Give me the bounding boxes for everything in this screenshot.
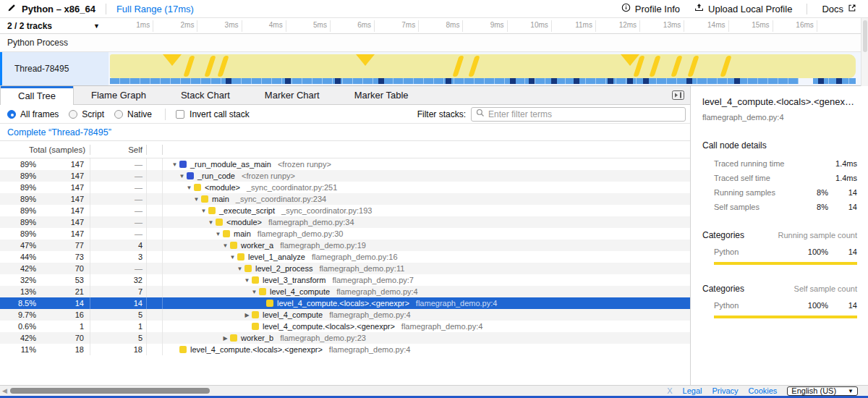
collapse-arrow-icon[interactable]: ▼ bbox=[170, 161, 179, 168]
details-sidebar: level_4_compute.<locals>.<genex… flamegr… bbox=[691, 86, 868, 385]
tree-cell: ▼_run_module_as_main<frozen runpy> bbox=[163, 158, 690, 170]
horizontal-scrollbar-thumb[interactable] bbox=[10, 388, 210, 394]
selected-node-title: level_4_compute.<locals>.<genex… bbox=[702, 96, 857, 107]
call-tree-row[interactable]: 89%147—▼_execute_script_sync_coordinator… bbox=[0, 205, 690, 216]
call-tree-row[interactable]: 13%217▼level_4_computeflamegraph_demo.py… bbox=[0, 286, 690, 297]
thread-track-label-cell[interactable]: Thread-78495 bbox=[2, 52, 109, 85]
total-percent: 47% bbox=[0, 241, 36, 250]
spacer-cell bbox=[147, 193, 163, 205]
thread-activity-graph[interactable] bbox=[109, 52, 861, 85]
detail-value: 1.4ms bbox=[828, 159, 857, 168]
radio-label-native[interactable]: Native bbox=[127, 109, 152, 119]
collapse-arrow-icon[interactable]: ▼ bbox=[177, 173, 187, 179]
call-tree-row[interactable]: 32%5332▼level_3_transformflamegraph_demo… bbox=[0, 274, 690, 286]
call-tree-row[interactable]: 44%733▼level_1_analyzeflamegraph_demo.py… bbox=[0, 251, 690, 263]
dark-sample-block bbox=[285, 78, 291, 84]
ruler-tick-label: 1ms bbox=[136, 21, 150, 29]
call-tree-row[interactable]: 0.6%11level_4_compute.<locals>.<genexpr>… bbox=[0, 321, 690, 332]
total-percent: 89% bbox=[0, 160, 36, 169]
call-tree-row[interactable]: 8.5%1414level_4_compute.<locals>.<genexp… bbox=[0, 297, 690, 309]
sample-gap bbox=[799, 78, 813, 84]
tracks-vertical-scrollbar[interactable] bbox=[861, 18, 868, 86]
full-range-link[interactable]: Full Range (17ms) bbox=[116, 4, 194, 14]
tree-cell: ▼worker_aflamegraph_demo.py:19 bbox=[163, 240, 690, 251]
call-tree-row[interactable]: 11%1818level_4_compute.<locals>.<genexpr… bbox=[0, 344, 690, 355]
column-header-total[interactable]: Total (samples) bbox=[0, 145, 90, 155]
tracks-dropdown[interactable]: 2 / 2 tracks ▼ bbox=[0, 18, 109, 34]
collapse-arrow-icon[interactable]: ▼ bbox=[235, 266, 244, 272]
call-tree-row[interactable]: 89%147—▼_run_code<frozen runpy> bbox=[0, 170, 690, 182]
category-value: 14 bbox=[828, 247, 857, 256]
footer-link-privacy[interactable]: Privacy bbox=[712, 386, 739, 395]
filter-search-box[interactable] bbox=[471, 107, 686, 122]
call-tree-row[interactable]: 9.7%165▶level_4_computeflamegraph_demo.p… bbox=[0, 309, 690, 321]
expand-arrow-icon[interactable]: ▶ bbox=[242, 312, 252, 318]
collapse-arrow-icon[interactable]: ▼ bbox=[228, 254, 237, 261]
collapse-arrow-icon[interactable]: ▼ bbox=[213, 231, 223, 237]
header-divider bbox=[106, 4, 106, 14]
dark-sample-block bbox=[818, 78, 824, 84]
timeline-ruler[interactable]: 1ms2ms3ms4ms5ms6ms7ms8ms9ms10ms11ms12ms1… bbox=[109, 18, 861, 34]
detail-label: Traced self time bbox=[714, 174, 802, 182]
activity-spike-mark bbox=[356, 54, 375, 66]
call-tree-row[interactable]: 89%147—▼main_sync_coordinator.py:234 bbox=[0, 193, 690, 205]
invert-call-stack-label[interactable]: Invert call stack bbox=[190, 109, 250, 119]
function-name: level_4_compute.<locals>.<genexpr> bbox=[190, 345, 323, 354]
total-percent: 89% bbox=[0, 172, 36, 180]
radio-all-frames[interactable] bbox=[7, 110, 16, 119]
radio-native[interactable] bbox=[114, 110, 123, 119]
docs-link[interactable]: Docs bbox=[817, 4, 861, 14]
collapse-arrow-icon[interactable]: ▼ bbox=[206, 219, 216, 226]
self-cell: 1 bbox=[90, 321, 147, 332]
call-node-details-heading: Call node details bbox=[702, 140, 857, 151]
ruler-gridline bbox=[817, 20, 817, 32]
self-cell: — bbox=[90, 182, 147, 193]
total-percent: 89% bbox=[0, 183, 36, 192]
collapse-arrow-icon[interactable]: ▼ bbox=[221, 242, 230, 249]
language-select[interactable]: English (US)▼ bbox=[787, 386, 858, 396]
call-tree-row[interactable]: 42%705▶worker_bflamegraph_demo.py:23 bbox=[0, 332, 690, 344]
invert-call-stack-checkbox[interactable] bbox=[176, 110, 184, 119]
tab-flame-graph[interactable]: Flame Graph bbox=[74, 86, 163, 104]
scroll-left-arrow-icon[interactable]: ◀ bbox=[2, 388, 7, 394]
radio-script[interactable] bbox=[69, 110, 77, 119]
upload-button[interactable]: Upload Local Profile bbox=[690, 3, 796, 14]
call-tree-row[interactable]: 47%774▼worker_aflamegraph_demo.py:19 bbox=[0, 240, 690, 251]
edit-profile-name-icon[interactable] bbox=[7, 2, 16, 15]
footer-link-x[interactable]: X bbox=[667, 386, 672, 395]
tab-marker-table[interactable]: Marker Table bbox=[337, 86, 426, 104]
call-tree-row[interactable]: 89%147—▼_run_module_as_main<frozen runpy… bbox=[0, 158, 690, 170]
column-header-self[interactable]: Self bbox=[90, 145, 147, 155]
filter-stacks-label: Filter stacks: bbox=[417, 109, 466, 119]
total-cell: 89%147 bbox=[0, 158, 90, 170]
filter-stacks-input[interactable] bbox=[488, 109, 681, 119]
collapse-arrow-icon[interactable]: ▼ bbox=[192, 196, 201, 203]
call-tree-row[interactable]: 89%147—▼<module>_sync_coordinator.py:251 bbox=[0, 182, 690, 193]
footer-link-legal[interactable]: Legal bbox=[683, 386, 702, 395]
radio-label-script[interactable]: Script bbox=[82, 109, 104, 119]
track-python-process[interactable]: Python Process bbox=[0, 34, 861, 52]
collapse-arrow-icon[interactable]: ▼ bbox=[250, 289, 259, 295]
profile-info-button[interactable]: Profile Info bbox=[617, 3, 684, 14]
function-name: worker_a bbox=[241, 241, 273, 250]
footer-link-cookies[interactable]: Cookies bbox=[749, 386, 778, 395]
radio-label-all-frames[interactable]: All frames bbox=[20, 109, 59, 119]
collapse-arrow-icon[interactable]: ▼ bbox=[242, 277, 252, 284]
expand-arrow-icon[interactable]: ▶ bbox=[221, 335, 230, 342]
activity-spike-mark bbox=[204, 56, 216, 77]
collapse-arrow-icon[interactable]: ▼ bbox=[199, 208, 208, 214]
call-tree-row[interactable]: 42%70—▼level_2_processflamegraph_demo.py… bbox=[0, 263, 690, 274]
sidebar-toggle-button[interactable] bbox=[672, 86, 684, 104]
total-percent: 42% bbox=[0, 334, 36, 342]
complete-range-link[interactable]: Complete “Thread-78495” bbox=[7, 127, 111, 137]
total-samples: 147 bbox=[36, 160, 90, 169]
scrollbar-thumb[interactable] bbox=[863, 20, 867, 52]
call-tree-row[interactable]: 89%147—▼mainflamegraph_demo.py:30 bbox=[0, 228, 690, 240]
categories-heading-row: CategoriesSelf sample count bbox=[702, 284, 857, 294]
tab-stack-chart[interactable]: Stack Chart bbox=[163, 86, 247, 104]
collapse-arrow-icon[interactable]: ▼ bbox=[184, 185, 194, 191]
tab-marker-chart[interactable]: Marker Chart bbox=[247, 86, 337, 104]
tab-call-tree[interactable]: Call Tree bbox=[0, 86, 74, 105]
call-tree-row[interactable]: 89%147—▼<module>flamegraph_demo.py:34 bbox=[0, 216, 690, 228]
track-thread[interactable]: Thread-78495 bbox=[0, 52, 861, 85]
